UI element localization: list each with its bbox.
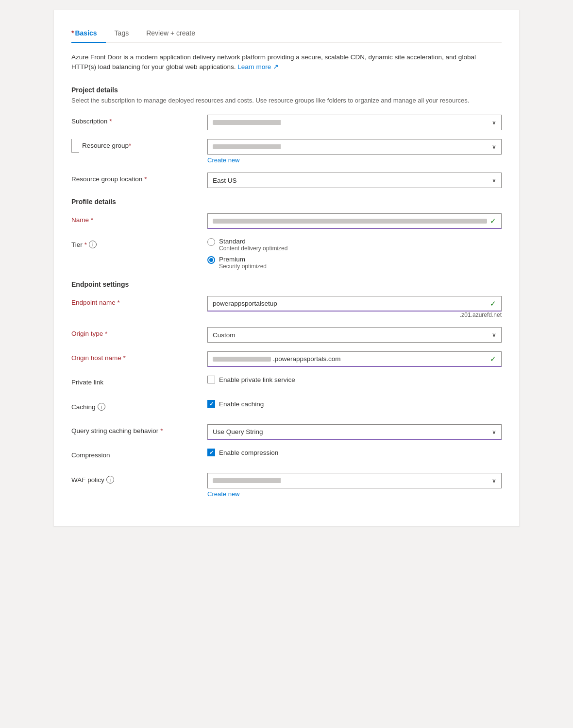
caching-label: Caching i [71, 400, 207, 411]
waf-policy-create-new-link[interactable]: Create new [207, 490, 502, 498]
compression-checkbox[interactable]: Enable compression [207, 449, 502, 456]
tier-required: * [84, 241, 87, 248]
subscription-label: Subscription * [71, 115, 207, 125]
resource-group-location-row: Resource group location * East US ∨ [71, 173, 502, 188]
origin-host-name-input[interactable]: .powerappsportals.com ✓ [207, 351, 502, 367]
name-blurred-value [213, 219, 487, 224]
resource-group-label: Resource group * [71, 139, 207, 153]
tab-bar: *Basics Tags Review + create [71, 24, 502, 43]
tier-premium-radio[interactable] [207, 256, 215, 264]
caching-row: Caching i Enable caching [71, 400, 502, 416]
name-input-field[interactable]: ✓ [207, 213, 502, 229]
qsc-chevron-icon: ∨ [492, 429, 496, 435]
project-details-title: Project details [71, 86, 502, 94]
origin-type-chevron-icon: ∨ [492, 331, 496, 338]
tab-basics[interactable]: *Basics [71, 24, 106, 43]
page-description: Azure Front Door is a modern application… [71, 52, 502, 72]
tab-review-create[interactable]: Review + create [146, 24, 204, 43]
main-card: *Basics Tags Review + create Azure Front… [53, 10, 520, 526]
private-link-label: Private link [71, 376, 207, 386]
profile-details-title: Profile details [71, 198, 502, 206]
tier-standard-option[interactable]: Standard Content delivery optimized [207, 238, 502, 252]
project-details-desc: Select the subscription to manage deploy… [71, 96, 502, 105]
tier-premium-label: Premium Security optimized [219, 256, 267, 270]
origin-host-suffix: .powerappsportals.com [273, 355, 341, 363]
caching-checkbox-label: Enable caching [219, 400, 264, 408]
private-link-checkbox-label: Enable private link service [219, 376, 295, 383]
tier-label: Tier * i [71, 238, 207, 248]
private-link-checkbox[interactable]: Enable private link service [207, 376, 502, 383]
profile-details-section: Profile details [71, 198, 502, 206]
compression-checkbox-box[interactable] [207, 449, 215, 456]
basics-required-star: * [71, 29, 74, 37]
qsc-required: * [160, 427, 163, 434]
origin-host-name-label-text: Origin host name * [71, 354, 126, 362]
name-label-text: Name * [71, 216, 93, 224]
endpoint-name-control: powerappsportalsetup ✓ .z01.azurefd.net [207, 296, 502, 318]
caching-checkbox-box[interactable] [207, 400, 215, 408]
subscription-row: Subscription * ∨ [71, 115, 502, 130]
resource-group-control: ∨ Create new [207, 139, 502, 164]
waf-policy-row: WAF policy i ∨ Create new [71, 473, 502, 498]
query-string-caching-label: Query string caching behavior * [71, 424, 207, 434]
resource-group-location-control: East US ∨ [207, 173, 502, 188]
subscription-dropdown[interactable]: ∨ [207, 115, 502, 130]
learn-more-link[interactable]: Learn more ↗ [237, 63, 279, 70]
private-link-control: Enable private link service [207, 376, 502, 383]
subscription-value [213, 120, 488, 125]
waf-chevron-icon: ∨ [492, 477, 496, 484]
waf-policy-value [213, 478, 488, 483]
tier-row: Tier * i Standard Content delivery optim… [71, 238, 502, 270]
subscription-required: * [109, 118, 112, 125]
resource-group-location-value: East US [213, 177, 488, 184]
origin-type-dropdown[interactable]: Custom ∨ [207, 327, 502, 343]
waf-policy-dropdown[interactable]: ∨ [207, 473, 502, 488]
tier-standard-radio[interactable] [207, 238, 215, 246]
endpoint-name-label: Endpoint name * [71, 296, 207, 306]
endpoint-settings-title: Endpoint settings [71, 280, 502, 288]
private-link-checkbox-box[interactable] [207, 376, 215, 383]
resource-group-value [213, 144, 488, 149]
compression-row: Compression Enable compression [71, 449, 502, 464]
resource-group-row: Resource group * ∨ Create new [71, 139, 502, 164]
waf-info-icon[interactable]: i [106, 476, 114, 484]
tab-tags[interactable]: Tags [115, 24, 138, 43]
endpoint-name-input[interactable]: powerappsportalsetup ✓ [207, 296, 502, 312]
project-details-section: Project details Select the subscription … [71, 86, 502, 105]
waf-policy-label: WAF policy i [71, 473, 207, 484]
resource-group-required: * [129, 142, 131, 149]
origin-host-name-label: Origin host name * [71, 351, 207, 362]
tier-premium-option[interactable]: Premium Security optimized [207, 256, 502, 270]
caching-info-icon[interactable]: i [98, 403, 105, 411]
private-link-row: Private link Enable private link service [71, 376, 502, 391]
query-string-caching-row: Query string caching behavior * Use Quer… [71, 424, 502, 440]
tier-radio-group: Standard Content delivery optimized Prem… [207, 238, 502, 270]
query-string-caching-value: Use Query String [213, 428, 488, 435]
origin-host-check-icon: ✓ [490, 355, 496, 364]
origin-type-label: Origin type * [71, 327, 207, 337]
endpoint-settings-section: Endpoint settings [71, 280, 502, 288]
resource-group-create-new-link[interactable]: Create new [207, 156, 502, 164]
tier-control: Standard Content delivery optimized Prem… [207, 238, 502, 270]
resource-group-location-dropdown[interactable]: East US ∨ [207, 173, 502, 188]
origin-host-name-control: .powerappsportals.com ✓ [207, 351, 502, 367]
subscription-chevron-icon: ∨ [492, 119, 496, 126]
tier-standard-label: Standard Content delivery optimized [219, 238, 287, 252]
origin-host-blurred [213, 357, 271, 362]
resource-group-dropdown[interactable]: ∨ [207, 139, 502, 155]
resource-group-chevron-icon: ∨ [492, 143, 496, 150]
origin-type-value: Custom [213, 331, 488, 339]
caching-checkbox[interactable]: Enable caching [207, 400, 502, 408]
rgl-required: * [144, 175, 147, 183]
origin-type-row: Origin type * Custom ∨ [71, 327, 502, 343]
tier-info-icon[interactable]: i [89, 241, 97, 248]
query-string-caching-dropdown[interactable]: Use Query String ∨ [207, 424, 502, 440]
compression-checkbox-label: Enable compression [219, 449, 278, 456]
origin-type-control: Custom ∨ [207, 327, 502, 343]
endpoint-suffix-text: .z01.azurefd.net [207, 312, 502, 318]
waf-policy-control: ∨ Create new [207, 473, 502, 498]
endpoint-name-row: Endpoint name * powerappsportalsetup ✓ .… [71, 296, 502, 318]
name-row: Name * ✓ [71, 213, 502, 229]
compression-label: Compression [71, 449, 207, 459]
caching-control: Enable caching [207, 400, 502, 408]
